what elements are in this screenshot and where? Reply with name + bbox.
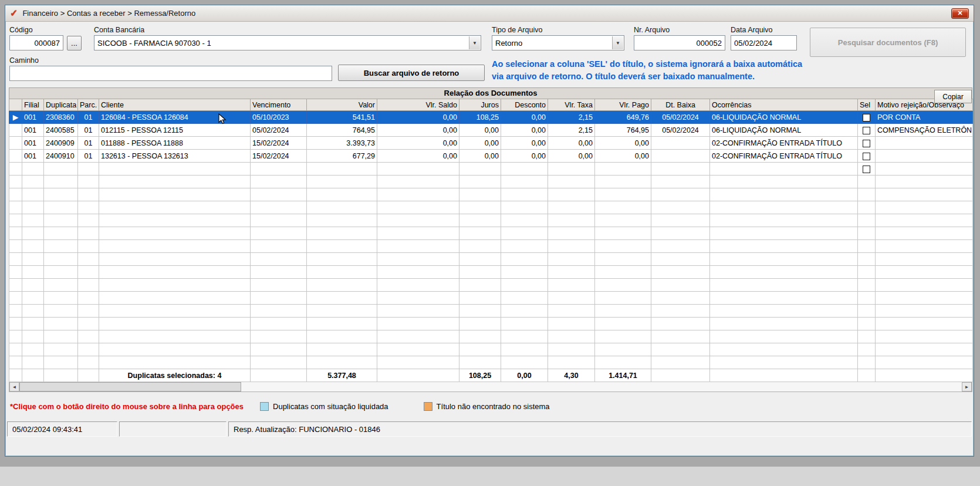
- cell-desconto[interactable]: [501, 279, 548, 292]
- cell-parc[interactable]: [78, 253, 99, 266]
- cell-cliente[interactable]: [99, 163, 251, 176]
- cell-taxa[interactable]: 0,00: [548, 137, 595, 150]
- cell-taxa[interactable]: [548, 279, 595, 292]
- cell-valor[interactable]: [307, 330, 377, 343]
- cell-vencimento[interactable]: 15/02/2024: [251, 150, 307, 163]
- cell-taxa[interactable]: [548, 356, 595, 369]
- chevron-down-icon[interactable]: ▼: [469, 36, 480, 49]
- cell-pago[interactable]: [595, 163, 651, 176]
- cell-cliente[interactable]: [99, 188, 251, 201]
- cell-motivo[interactable]: [876, 318, 973, 330]
- cell-sel[interactable]: [858, 253, 876, 266]
- col-dt-baixa[interactable]: Dt. Baixa: [651, 99, 710, 111]
- cell-vencimento[interactable]: [251, 279, 307, 292]
- cell-filial[interactable]: 001: [22, 150, 44, 163]
- sel-checkbox[interactable]: [863, 140, 870, 147]
- cell-vencimento[interactable]: [251, 176, 307, 188]
- cell-cliente[interactable]: [99, 266, 251, 279]
- col-cliente[interactable]: Cliente: [99, 99, 251, 111]
- cell-motivo[interactable]: [876, 240, 973, 253]
- cell-pago[interactable]: [595, 318, 651, 330]
- cell-pago[interactable]: 0,00: [595, 150, 651, 163]
- cell-vencimento[interactable]: [251, 214, 307, 227]
- scrollbar-thumb[interactable]: [19, 382, 241, 392]
- cell-taxa[interactable]: [548, 176, 595, 188]
- titlebar[interactable]: ✓ Financeiro > Contas a receber > Remess…: [5, 5, 974, 22]
- sel-checkbox[interactable]: [863, 153, 870, 160]
- cell-juros[interactable]: 0,00: [459, 150, 501, 163]
- cell-motivo[interactable]: POR CONTA: [876, 111, 973, 124]
- cell-sel[interactable]: [858, 356, 876, 369]
- cell-taxa[interactable]: [548, 253, 595, 266]
- cell-filial[interactable]: [22, 214, 44, 227]
- cell-pago[interactable]: [595, 292, 651, 305]
- cell-filial[interactable]: [22, 356, 44, 369]
- cell-desconto[interactable]: [501, 253, 548, 266]
- cell-cliente[interactable]: [99, 305, 251, 318]
- cell-sel[interactable]: [858, 176, 876, 188]
- cell-valor[interactable]: [307, 292, 377, 305]
- cell-sel[interactable]: [858, 137, 876, 150]
- cell-desconto[interactable]: [501, 188, 548, 201]
- cell-ocorrencias[interactable]: [710, 240, 858, 253]
- cell-baixa[interactable]: [651, 227, 710, 240]
- col-ocorrencias[interactable]: Ocorrências: [710, 99, 858, 111]
- grid-row-empty[interactable]: [9, 201, 973, 214]
- pesquisar-documentos-button[interactable]: Pesquisar documentos (F8): [810, 28, 966, 57]
- cell-desconto[interactable]: [501, 214, 548, 227]
- cell-baixa[interactable]: [651, 356, 710, 369]
- cell-motivo[interactable]: [876, 214, 973, 227]
- cell-motivo[interactable]: [876, 253, 973, 266]
- nr-arquivo-input[interactable]: [634, 35, 725, 50]
- grid-row-empty[interactable]: [9, 253, 973, 266]
- cell-valor[interactable]: [307, 279, 377, 292]
- cell-vencimento[interactable]: [251, 163, 307, 176]
- scroll-right-button[interactable]: ►: [962, 382, 972, 392]
- cell-parc[interactable]: [78, 227, 99, 240]
- cell-pago[interactable]: [595, 279, 651, 292]
- cell-filial[interactable]: [22, 279, 44, 292]
- cell-duplicata[interactable]: [44, 318, 78, 330]
- cell-valor[interactable]: 3.393,73: [307, 137, 377, 150]
- cell-parc[interactable]: 01: [78, 137, 99, 150]
- cell-duplicata[interactable]: [44, 240, 78, 253]
- cell-ocorrencias[interactable]: [710, 266, 858, 279]
- cell-taxa[interactable]: 2,15: [548, 124, 595, 137]
- col-valor[interactable]: Valor: [307, 99, 377, 111]
- cell-saldo[interactable]: [377, 305, 459, 318]
- cell-filial[interactable]: [22, 318, 44, 330]
- cell-vencimento[interactable]: [251, 305, 307, 318]
- cell-pago[interactable]: [595, 176, 651, 188]
- cell-cliente[interactable]: 132613 - PESSOA 132613: [99, 150, 251, 163]
- cell-sel[interactable]: [858, 214, 876, 227]
- cell-juros[interactable]: [459, 253, 501, 266]
- cell-taxa[interactable]: [548, 343, 595, 356]
- cell-valor[interactable]: [307, 305, 377, 318]
- cell-pago[interactable]: [595, 330, 651, 343]
- cell-desconto[interactable]: [501, 305, 548, 318]
- cell-saldo[interactable]: [377, 318, 459, 330]
- cell-vencimento[interactable]: [251, 201, 307, 214]
- cell-juros[interactable]: 108,25: [459, 111, 501, 124]
- cell-baixa[interactable]: [651, 163, 710, 176]
- cell-parc[interactable]: [78, 163, 99, 176]
- cell-sel[interactable]: [858, 292, 876, 305]
- cell-taxa[interactable]: [548, 201, 595, 214]
- cell-saldo[interactable]: [377, 292, 459, 305]
- cell-cliente[interactable]: [99, 330, 251, 343]
- cell-taxa[interactable]: [548, 266, 595, 279]
- cell-valor[interactable]: 541,51: [307, 111, 377, 124]
- cell-cliente[interactable]: [99, 318, 251, 330]
- cell-vencimento[interactable]: [251, 188, 307, 201]
- cell-valor[interactable]: [307, 266, 377, 279]
- cell-juros[interactable]: [459, 330, 501, 343]
- cell-filial[interactable]: [22, 253, 44, 266]
- grid-row-empty[interactable]: [9, 330, 973, 343]
- cell-taxa[interactable]: [548, 214, 595, 227]
- cell-filial[interactable]: [22, 240, 44, 253]
- cell-desconto[interactable]: [501, 356, 548, 369]
- cell-duplicata[interactable]: [44, 176, 78, 188]
- cell-taxa[interactable]: [548, 188, 595, 201]
- cell-sel[interactable]: [858, 279, 876, 292]
- cell-duplicata[interactable]: [44, 292, 78, 305]
